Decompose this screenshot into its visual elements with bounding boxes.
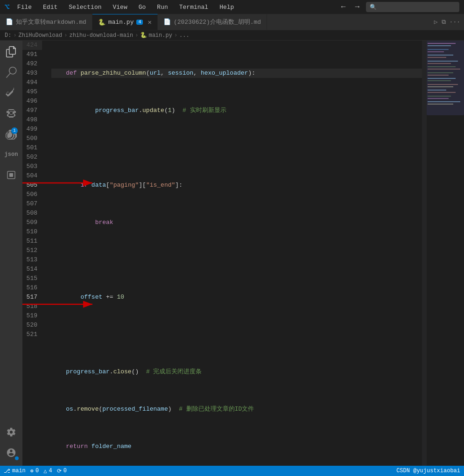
- line-num-505: 505: [22, 181, 42, 190]
- line-num-510: 510: [22, 227, 42, 237]
- tab-icon: 📄: [6, 18, 13, 26]
- search-input[interactable]: [366, 2, 459, 12]
- run-icon[interactable]: ▷: [434, 18, 438, 26]
- menu-bar: File Edit Selection View Go Run Terminal…: [15, 3, 236, 12]
- status-right: CSDN @yujustxiaobai: [396, 468, 460, 474]
- nav-forward-button[interactable]: →: [352, 2, 362, 12]
- code-line-496: offset += 10: [51, 293, 422, 302]
- breadcrumb-sep: ›: [13, 32, 16, 39]
- tab-close-button[interactable]: ✕: [148, 18, 151, 26]
- code-line-424: def parse_zhihu_column(url, session, hex…: [51, 69, 422, 78]
- line-num-518: 518: [22, 302, 42, 311]
- line-num-519: 519: [22, 311, 42, 321]
- line-num-502: 502: [22, 153, 42, 162]
- breadcrumb-part[interactable]: main.py: [148, 32, 172, 39]
- activity-run-debug[interactable]: [2, 104, 21, 123]
- line-num-521: 521: [22, 330, 42, 339]
- split-editor-icon[interactable]: ⧉: [442, 19, 446, 26]
- menu-view[interactable]: View: [111, 3, 129, 12]
- status-sync[interactable]: ⟳ 0: [57, 468, 67, 475]
- breadcrumb-part[interactable]: zhihu-download-main: [69, 32, 133, 39]
- line-num-493: 493: [22, 69, 42, 78]
- menu-help[interactable]: Help: [218, 3, 236, 12]
- line-num-509: 509: [22, 218, 42, 227]
- tab-label: main.py: [108, 19, 134, 26]
- error-icon: ⊗: [30, 468, 34, 475]
- tab-bar: 📄 知乎文章转markdown.md 🐍 main.py 4 ✕ 📄 (2023…: [0, 14, 464, 30]
- activity-extensions[interactable]: [2, 125, 21, 143]
- code-line-493: if data["paging"]["is_end"]:: [51, 181, 422, 190]
- menu-run[interactable]: Run: [155, 3, 169, 12]
- activity-json[interactable]: json: [2, 145, 21, 164]
- line-num-501: 501: [22, 143, 42, 153]
- code-line-499: os.remove(processed_filename) # 删除已处理文章的…: [51, 405, 422, 414]
- code-line-491: progress_bar.update(1) # 实时刷新显示: [51, 106, 422, 115]
- line-num-494: 494: [22, 78, 42, 87]
- status-warnings[interactable]: △ 4: [43, 468, 52, 475]
- line-num-499: 499: [22, 125, 42, 134]
- warning-count: 4: [49, 468, 52, 474]
- code-line-492: [51, 143, 422, 153]
- menu-file[interactable]: File: [15, 3, 34, 12]
- line-num-516: 516: [22, 283, 42, 293]
- line-num-495: 495: [22, 87, 42, 97]
- attribution: CSDN @yujustxiaobai: [396, 468, 460, 474]
- code-content[interactable]: def parse_zhihu_column(url, session, hex…: [47, 41, 422, 466]
- breadcrumb-part[interactable]: ...: [179, 32, 190, 39]
- line-num-513: 513: [22, 255, 42, 265]
- branch-name: main: [12, 468, 26, 474]
- line-num-508: 508: [22, 209, 42, 218]
- svg-rect-29: [427, 41, 464, 115]
- nav-back-button[interactable]: ←: [338, 2, 349, 12]
- vscode-icon: ⌥: [5, 2, 10, 12]
- error-count: 0: [35, 468, 39, 474]
- status-branch[interactable]: ⎇ main: [4, 468, 26, 475]
- line-num-424: 424: [22, 41, 42, 50]
- breadcrumb-part[interactable]: ZhiHuDownload: [19, 32, 63, 39]
- code-editor[interactable]: 424 491 492 493 494 495 496 497 498 499 …: [22, 41, 464, 466]
- menu-terminal[interactable]: Terminal: [177, 3, 210, 12]
- line-num-512: 512: [22, 246, 42, 255]
- code-line-498: progress_bar.close() # 完成后关闭进度条: [51, 367, 422, 377]
- breadcrumb: D: › ZhiHuDownload › zhihu-download-main…: [0, 30, 464, 41]
- main-layout: json 424 491 492 49: [0, 41, 464, 466]
- editor-wrapper: 424 491 492 493 494 495 496 497 498 499 …: [22, 41, 464, 466]
- activity-bar: json: [0, 41, 22, 466]
- status-errors[interactable]: ⊗ 0: [30, 468, 39, 475]
- tab-dielectric-md[interactable]: 📄 (20230622)介电函数_胡明.md: [158, 14, 267, 30]
- line-num-492: 492: [22, 59, 42, 69]
- line-numbers: 424 491 492 493 494 495 496 497 498 499 …: [22, 41, 47, 466]
- menu-go[interactable]: Go: [137, 3, 148, 12]
- line-num-496: 496: [22, 97, 42, 106]
- menu-edit[interactable]: Edit: [41, 3, 59, 12]
- line-num-515: 515: [22, 274, 42, 283]
- tab-zhihu-md[interactable]: 📄 知乎文章转markdown.md: [0, 14, 92, 30]
- vertical-scrollbar[interactable]: [422, 41, 427, 466]
- menu-selection[interactable]: Selection: [67, 3, 103, 12]
- line-num-500: 500: [22, 134, 42, 143]
- line-num-511: 511: [22, 237, 42, 246]
- activity-search[interactable]: [2, 63, 21, 82]
- breadcrumb-sep: ›: [174, 32, 177, 39]
- code-line-497: [51, 330, 422, 339]
- title-bar: ⌥ File Edit Selection View Go Run Termin…: [0, 0, 464, 14]
- activity-source-control[interactable]: [2, 84, 21, 102]
- breadcrumb-part[interactable]: D:: [5, 32, 11, 39]
- breadcrumb-file-icon: 🐍: [140, 32, 147, 39]
- line-num-506: 506: [22, 190, 42, 199]
- svg-rect-1: [9, 173, 13, 177]
- breadcrumb-sep: ›: [64, 32, 67, 39]
- code-line-495: [51, 255, 422, 265]
- more-actions-icon[interactable]: ···: [450, 19, 460, 26]
- activity-settings[interactable]: [2, 423, 21, 441]
- activity-account[interactable]: [2, 443, 21, 462]
- status-bar: ⎇ main ⊗ 0 △ 4 ⟳ 0 CSDN @yujustxiaobai: [0, 466, 464, 476]
- activity-explorer[interactable]: [2, 42, 21, 61]
- line-num-520: 520: [22, 321, 42, 330]
- code-line-500: return folder_name: [51, 442, 422, 451]
- tab-icon: 🐍: [98, 19, 105, 26]
- tab-main-py[interactable]: 🐍 main.py 4 ✕: [92, 14, 158, 30]
- activity-remote[interactable]: [2, 166, 21, 184]
- code-line-494: break: [51, 218, 422, 227]
- editor-area: 424 491 492 493 494 495 496 497 498 499 …: [22, 41, 464, 466]
